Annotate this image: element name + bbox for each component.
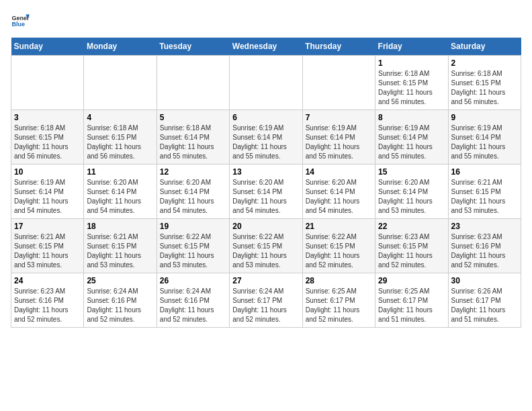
calendar-cell: 26Sunrise: 6:24 AM Sunset: 6:16 PM Dayli… — [157, 273, 229, 328]
calendar-cell: 21Sunrise: 6:22 AM Sunset: 6:15 PM Dayli… — [302, 219, 375, 273]
day-info: Sunrise: 6:20 AM Sunset: 6:14 PM Dayligh… — [378, 178, 445, 216]
calendar-cell — [230, 56, 302, 110]
day-number: 29 — [378, 276, 445, 285]
day-number: 21 — [306, 222, 372, 231]
day-info: Sunrise: 6:24 AM Sunset: 6:16 PM Dayligh… — [87, 287, 153, 324]
calendar-header: SundayMondayTuesdayWednesdayThursdayFrid… — [11, 38, 521, 56]
day-number: 3 — [14, 113, 81, 122]
day-info: Sunrise: 6:23 AM Sunset: 6:15 PM Dayligh… — [378, 232, 445, 270]
day-info: Sunrise: 6:19 AM Sunset: 6:14 PM Dayligh… — [14, 178, 81, 216]
day-number: 10 — [14, 167, 81, 177]
day-number: 18 — [87, 222, 153, 231]
day-info: Sunrise: 6:18 AM Sunset: 6:15 PM Dayligh… — [14, 124, 81, 161]
calendar-cell: 8Sunrise: 6:19 AM Sunset: 6:14 PM Daylig… — [375, 110, 448, 165]
day-number: 2 — [451, 58, 518, 68]
day-number: 7 — [306, 113, 372, 122]
day-info: Sunrise: 6:20 AM Sunset: 6:14 PM Dayligh… — [232, 178, 299, 216]
calendar-week-row: 10Sunrise: 6:19 AM Sunset: 6:14 PM Dayli… — [11, 165, 521, 219]
calendar-cell: 22Sunrise: 6:23 AM Sunset: 6:15 PM Dayli… — [375, 219, 448, 273]
day-number: 6 — [232, 113, 299, 122]
calendar-cell: 15Sunrise: 6:20 AM Sunset: 6:14 PM Dayli… — [375, 165, 448, 219]
header: General Blue — [11, 11, 521, 30]
day-info: Sunrise: 6:22 AM Sunset: 6:15 PM Dayligh… — [306, 232, 372, 270]
day-number: 4 — [87, 113, 153, 122]
calendar-cell: 30Sunrise: 6:26 AM Sunset: 6:17 PM Dayli… — [448, 273, 521, 328]
calendar-cell: 13Sunrise: 6:20 AM Sunset: 6:14 PM Dayli… — [230, 165, 302, 219]
calendar-cell: 11Sunrise: 6:20 AM Sunset: 6:14 PM Dayli… — [84, 165, 157, 219]
day-info: Sunrise: 6:20 AM Sunset: 6:14 PM Dayligh… — [160, 178, 226, 216]
calendar-cell: 24Sunrise: 6:23 AM Sunset: 6:16 PM Dayli… — [11, 273, 84, 328]
calendar-cell — [11, 56, 84, 110]
day-info: Sunrise: 6:21 AM Sunset: 6:15 PM Dayligh… — [451, 178, 518, 216]
calendar-cell: 14Sunrise: 6:20 AM Sunset: 6:14 PM Dayli… — [302, 165, 375, 219]
day-info: Sunrise: 6:20 AM Sunset: 6:14 PM Dayligh… — [87, 178, 153, 216]
calendar-cell: 3Sunrise: 6:18 AM Sunset: 6:15 PM Daylig… — [11, 110, 84, 165]
day-info: Sunrise: 6:18 AM Sunset: 6:15 PM Dayligh… — [451, 69, 518, 107]
day-number: 15 — [378, 167, 445, 177]
day-info: Sunrise: 6:26 AM Sunset: 6:17 PM Dayligh… — [451, 287, 518, 324]
calendar-cell: 18Sunrise: 6:21 AM Sunset: 6:15 PM Dayli… — [84, 219, 157, 273]
day-number: 25 — [87, 276, 153, 285]
calendar-cell: 1Sunrise: 6:18 AM Sunset: 6:15 PM Daylig… — [375, 56, 448, 110]
day-info: Sunrise: 6:22 AM Sunset: 6:15 PM Dayligh… — [232, 232, 299, 270]
calendar-body: 1Sunrise: 6:18 AM Sunset: 6:15 PM Daylig… — [11, 56, 521, 328]
calendar-cell: 28Sunrise: 6:25 AM Sunset: 6:17 PM Dayli… — [302, 273, 375, 328]
day-number: 22 — [378, 222, 445, 231]
calendar-cell — [84, 56, 157, 110]
calendar-cell: 12Sunrise: 6:20 AM Sunset: 6:14 PM Dayli… — [157, 165, 229, 219]
calendar-cell: 10Sunrise: 6:19 AM Sunset: 6:14 PM Dayli… — [11, 165, 84, 219]
day-number: 5 — [160, 113, 226, 122]
calendar-cell — [157, 56, 229, 110]
day-number: 11 — [87, 167, 153, 177]
day-number: 28 — [306, 276, 372, 285]
calendar-cell: 7Sunrise: 6:19 AM Sunset: 6:14 PM Daylig… — [302, 110, 375, 165]
day-number: 26 — [160, 276, 226, 285]
day-info: Sunrise: 6:21 AM Sunset: 6:15 PM Dayligh… — [14, 232, 81, 270]
day-info: Sunrise: 6:20 AM Sunset: 6:14 PM Dayligh… — [306, 178, 372, 216]
day-info: Sunrise: 6:24 AM Sunset: 6:16 PM Dayligh… — [160, 287, 226, 324]
calendar-cell: 25Sunrise: 6:24 AM Sunset: 6:16 PM Dayli… — [84, 273, 157, 328]
day-number: 27 — [232, 276, 299, 285]
calendar-cell: 29Sunrise: 6:25 AM Sunset: 6:17 PM Dayli… — [375, 273, 448, 328]
day-info: Sunrise: 6:18 AM Sunset: 6:15 PM Dayligh… — [87, 124, 153, 161]
calendar-cell — [302, 56, 375, 110]
day-info: Sunrise: 6:21 AM Sunset: 6:15 PM Dayligh… — [87, 232, 153, 270]
day-info: Sunrise: 6:24 AM Sunset: 6:17 PM Dayligh… — [232, 287, 299, 324]
day-info: Sunrise: 6:18 AM Sunset: 6:14 PM Dayligh… — [160, 124, 226, 161]
day-number: 23 — [451, 222, 518, 231]
weekday-header: Sunday — [11, 38, 84, 56]
calendar-cell: 17Sunrise: 6:21 AM Sunset: 6:15 PM Dayli… — [11, 219, 84, 273]
day-number: 12 — [160, 167, 226, 177]
day-number: 1 — [378, 58, 445, 68]
calendar-cell: 5Sunrise: 6:18 AM Sunset: 6:14 PM Daylig… — [157, 110, 229, 165]
calendar-cell: 2Sunrise: 6:18 AM Sunset: 6:15 PM Daylig… — [448, 56, 521, 110]
calendar-cell: 4Sunrise: 6:18 AM Sunset: 6:15 PM Daylig… — [84, 110, 157, 165]
weekday-header: Thursday — [302, 38, 375, 56]
day-info: Sunrise: 6:19 AM Sunset: 6:14 PM Dayligh… — [232, 124, 299, 161]
weekday-header: Tuesday — [157, 38, 229, 56]
svg-text:Blue: Blue — [11, 21, 25, 28]
calendar-cell: 16Sunrise: 6:21 AM Sunset: 6:15 PM Dayli… — [448, 165, 521, 219]
calendar-week-row: 24Sunrise: 6:23 AM Sunset: 6:16 PM Dayli… — [11, 273, 521, 328]
day-info: Sunrise: 6:25 AM Sunset: 6:17 PM Dayligh… — [378, 287, 445, 324]
logo-icon: General Blue — [11, 11, 30, 30]
day-info: Sunrise: 6:22 AM Sunset: 6:15 PM Dayligh… — [160, 232, 226, 270]
day-info: Sunrise: 6:18 AM Sunset: 6:15 PM Dayligh… — [378, 69, 445, 107]
day-info: Sunrise: 6:19 AM Sunset: 6:14 PM Dayligh… — [306, 124, 372, 161]
weekday-header: Wednesday — [230, 38, 302, 56]
calendar-table: SundayMondayTuesdayWednesdayThursdayFrid… — [11, 38, 521, 328]
day-info: Sunrise: 6:23 AM Sunset: 6:16 PM Dayligh… — [14, 287, 81, 324]
day-number: 17 — [14, 222, 81, 231]
weekday-header: Saturday — [448, 38, 521, 56]
day-info: Sunrise: 6:23 AM Sunset: 6:16 PM Dayligh… — [451, 232, 518, 270]
calendar-week-row: 1Sunrise: 6:18 AM Sunset: 6:15 PM Daylig… — [11, 56, 521, 110]
day-number: 16 — [451, 167, 518, 177]
day-info: Sunrise: 6:25 AM Sunset: 6:17 PM Dayligh… — [306, 287, 372, 324]
day-info: Sunrise: 6:19 AM Sunset: 6:14 PM Dayligh… — [451, 124, 518, 161]
day-number: 19 — [160, 222, 226, 231]
day-number: 24 — [14, 276, 81, 285]
calendar-week-row: 3Sunrise: 6:18 AM Sunset: 6:15 PM Daylig… — [11, 110, 521, 165]
calendar-cell: 27Sunrise: 6:24 AM Sunset: 6:17 PM Dayli… — [230, 273, 302, 328]
calendar-week-row: 17Sunrise: 6:21 AM Sunset: 6:15 PM Dayli… — [11, 219, 521, 273]
day-number: 13 — [232, 167, 299, 177]
